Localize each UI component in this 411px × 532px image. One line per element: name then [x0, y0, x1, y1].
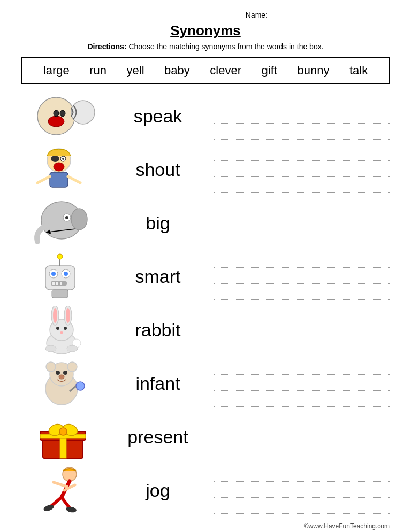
write-line[interactable] [214, 306, 390, 321]
synonym-rows: speak [21, 89, 390, 517]
svg-rect-29 [52, 290, 68, 298]
svg-point-24 [64, 272, 68, 276]
svg-rect-18 [45, 266, 75, 290]
row-shout: shout [21, 143, 390, 196]
svg-point-17 [71, 209, 87, 230]
word-infant: infant [107, 373, 203, 394]
copyright: ©www.HaveFunTeaching.com [21, 522, 390, 530]
name-section: Name: [21, 11, 390, 19]
lines-smart [203, 252, 390, 300]
word-box: large run yell baby clever gift bunny ta… [21, 57, 390, 84]
page-title: Synonyms [21, 22, 390, 39]
svg-point-6 [51, 156, 59, 162]
svg-point-20 [57, 254, 63, 259]
directions: Directions: Choose the matching synonyms… [21, 42, 390, 51]
svg-point-46 [56, 371, 60, 375]
svg-rect-27 [56, 282, 58, 285]
word-present: present [107, 427, 203, 448]
word-gift: gift [258, 64, 280, 78]
svg-point-22 [51, 272, 56, 276]
write-line[interactable] [214, 125, 390, 140]
write-line[interactable] [214, 499, 390, 514]
svg-point-47 [63, 371, 67, 375]
write-line[interactable] [214, 199, 390, 214]
svg-point-16 [65, 216, 68, 219]
write-line[interactable] [214, 253, 390, 268]
lines-present [203, 413, 390, 461]
write-line[interactable] [214, 232, 390, 246]
lines-rabbit [203, 306, 390, 354]
word-run: run [86, 64, 110, 78]
write-line[interactable] [214, 429, 390, 444]
write-line[interactable] [214, 178, 390, 193]
svg-point-37 [64, 327, 67, 330]
svg-point-57 [59, 428, 67, 435]
svg-point-38 [60, 331, 63, 334]
word-big: big [107, 213, 203, 234]
image-jog [21, 464, 107, 517]
image-smart [21, 250, 107, 303]
row-infant: infant [21, 357, 390, 410]
svg-point-36 [56, 327, 59, 330]
row-big: big [21, 196, 390, 250]
lines-infant [203, 359, 390, 407]
svg-line-11 [37, 176, 50, 183]
word-baby: baby [161, 64, 193, 78]
row-smart: smart [21, 250, 390, 303]
svg-point-4 [60, 110, 65, 117]
svg-point-1 [71, 101, 95, 124]
write-line[interactable] [214, 146, 390, 161]
svg-point-40 [45, 345, 56, 352]
word-bunny: bunny [294, 64, 332, 78]
write-line[interactable] [214, 92, 390, 107]
write-line[interactable] [214, 338, 390, 353]
svg-point-35 [66, 308, 70, 323]
write-line[interactable] [214, 413, 390, 428]
svg-rect-26 [52, 282, 55, 285]
svg-line-60 [54, 482, 67, 487]
svg-rect-28 [60, 282, 62, 285]
lines-jog [203, 466, 390, 514]
image-speak [21, 89, 107, 143]
write-line[interactable] [214, 376, 390, 391]
row-jog: jog [21, 464, 390, 517]
write-line[interactable] [214, 215, 390, 230]
write-line[interactable] [214, 285, 390, 300]
write-line[interactable] [214, 445, 390, 460]
write-line[interactable] [214, 269, 390, 284]
word-shout: shout [107, 159, 203, 180]
svg-line-12 [68, 176, 80, 183]
write-line[interactable] [214, 467, 390, 482]
image-big [21, 196, 107, 250]
image-rabbit [21, 303, 107, 357]
lines-shout [203, 145, 390, 194]
svg-point-48 [59, 375, 64, 379]
svg-point-45 [67, 362, 77, 372]
row-rabbit: rabbit [21, 303, 390, 357]
image-infant [21, 357, 107, 410]
name-label: Name: [246, 11, 268, 19]
svg-rect-10 [50, 172, 68, 187]
write-line[interactable] [214, 392, 390, 407]
write-line[interactable] [214, 162, 390, 177]
word-jog: jog [107, 480, 203, 501]
name-write-line[interactable] [272, 11, 390, 19]
word-clever: clever [207, 64, 245, 78]
svg-point-49 [76, 382, 85, 390]
word-talk: talk [346, 64, 371, 78]
write-line[interactable] [214, 483, 390, 498]
write-line[interactable] [214, 109, 390, 124]
svg-point-33 [53, 308, 57, 323]
svg-point-3 [54, 110, 59, 117]
write-line[interactable] [214, 322, 390, 337]
word-large: large [40, 64, 73, 78]
svg-line-62 [51, 497, 62, 506]
row-speak: speak [21, 89, 390, 143]
word-rabbit: rabbit [107, 320, 203, 341]
svg-point-2 [48, 116, 64, 127]
image-present [21, 410, 107, 464]
word-yell: yell [124, 64, 148, 78]
write-line[interactable] [214, 360, 390, 375]
directions-text: Choose the matching synonyms from the wo… [128, 42, 323, 51]
word-smart: smart [107, 266, 203, 287]
